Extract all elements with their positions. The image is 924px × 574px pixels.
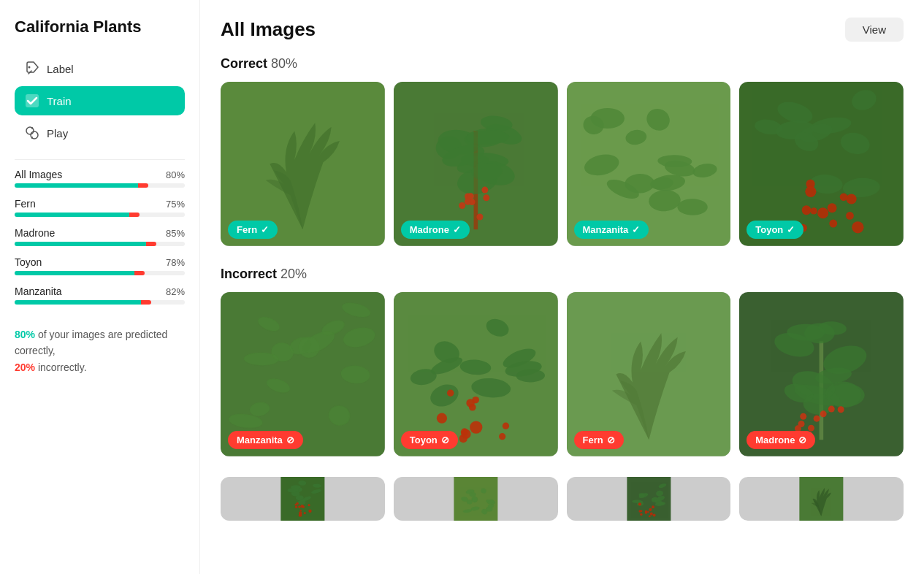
svg-point-122 xyxy=(798,421,805,427)
image-label: Fern ✓ xyxy=(228,221,278,239)
section-title-correct: Correct 80% xyxy=(221,56,904,72)
nav-divider xyxy=(15,159,185,160)
image-card[interactable]: Manzanita ⊘ xyxy=(221,292,385,456)
svg-point-181 xyxy=(648,515,650,517)
category-pct: 78% xyxy=(166,257,185,268)
svg-point-55 xyxy=(847,194,857,204)
nav-item-train[interactable]: Train xyxy=(15,86,185,115)
svg-point-60 xyxy=(817,207,828,218)
svg-point-59 xyxy=(828,203,837,213)
svg-point-126 xyxy=(838,406,844,413)
category-name: Madrone xyxy=(15,227,55,239)
nav-item-play[interactable]: Play xyxy=(15,118,185,148)
svg-point-182 xyxy=(649,508,652,510)
section-incorrect: Incorrect 20% Manzanita ⊘ Toyon ⊘ Fern ⊘… xyxy=(221,267,904,456)
progress-bar xyxy=(15,271,185,275)
category-pct: 80% xyxy=(166,169,185,180)
label-icon xyxy=(25,61,39,76)
svg-point-56 xyxy=(840,193,848,201)
svg-point-146 xyxy=(308,509,311,512)
image-grid-incorrect: Manzanita ⊘ Toyon ⊘ Fern ⊘ Madrone ⊘ xyxy=(221,292,904,456)
svg-point-25 xyxy=(459,202,465,209)
image-label: Madrone ⊘ xyxy=(747,431,815,449)
category-pct: 82% xyxy=(166,286,185,297)
svg-point-98 xyxy=(499,433,505,440)
image-label: Madrone ✓ xyxy=(401,221,470,239)
svg-point-65 xyxy=(852,221,863,233)
svg-point-62 xyxy=(830,220,838,228)
svg-point-57 xyxy=(811,207,817,214)
svg-point-186 xyxy=(649,512,652,515)
svg-point-28 xyxy=(483,194,489,201)
svg-point-63 xyxy=(846,212,854,220)
main-content: All Images View Correct 80% Fern ✓ Madro… xyxy=(200,0,924,574)
progress-bar xyxy=(15,300,185,305)
image-grid-bottom-partial xyxy=(221,477,904,521)
section-correct: Correct 80% Fern ✓ Madrone ✓ Manzanita ✓… xyxy=(221,56,904,246)
category-name: All Images xyxy=(15,169,62,180)
svg-point-147 xyxy=(299,509,302,511)
app-title: California Plants xyxy=(15,18,185,37)
progress-fill xyxy=(15,242,150,246)
category-name: Toyon xyxy=(15,256,42,268)
image-label: Fern ⊘ xyxy=(574,431,624,449)
category-name: Fern xyxy=(15,198,36,210)
image-card[interactable] xyxy=(739,477,904,521)
image-card[interactable]: Fern ⊘ xyxy=(567,292,731,456)
svg-point-21 xyxy=(481,187,488,194)
image-card[interactable]: Madrone ⊘ xyxy=(739,292,904,456)
section-title-incorrect: Incorrect 20% xyxy=(221,267,904,282)
svg-point-144 xyxy=(308,504,310,506)
svg-point-120 xyxy=(800,413,806,419)
image-card[interactable]: Toyon ⊘ xyxy=(394,292,558,456)
categories-list: All Images 80% Fern 75% Madrone 85% Toyo… xyxy=(15,169,185,315)
correct-pct: 80% xyxy=(15,329,35,340)
image-label: Manzanita ⊘ xyxy=(228,431,303,449)
category-row-fern[interactable]: Fern 75% xyxy=(15,198,185,217)
image-sections: Correct 80% Fern ✓ Madrone ✓ Manzanita ✓… xyxy=(221,56,904,521)
summary-text: 80% of your images are predicted correct… xyxy=(15,326,185,375)
progress-bar xyxy=(15,213,185,217)
svg-point-99 xyxy=(503,422,509,429)
image-card[interactable]: Fern ✓ xyxy=(221,82,385,246)
nav-item-label[interactable]: Label xyxy=(15,54,185,83)
category-row-toyon[interactable]: Toyon 78% xyxy=(15,256,185,275)
svg-point-150 xyxy=(295,505,298,508)
svg-point-188 xyxy=(640,513,642,515)
image-label: Toyon ⊘ xyxy=(401,431,458,449)
category-row-madrone[interactable]: Madrone 85% xyxy=(15,227,185,246)
image-card[interactable]: Toyon ✓ xyxy=(739,82,904,246)
svg-point-123 xyxy=(820,410,827,417)
progress-fill xyxy=(15,300,145,305)
category-name: Manzanita xyxy=(15,286,62,297)
category-row-all-images[interactable]: All Images 80% xyxy=(15,169,185,188)
svg-point-187 xyxy=(640,510,642,512)
view-button[interactable]: View xyxy=(845,18,904,42)
svg-point-142 xyxy=(299,513,302,517)
category-row-manzanita[interactable]: Manzanita 82% xyxy=(15,286,185,305)
nav-play-label: Play xyxy=(47,127,68,139)
svg-point-143 xyxy=(300,505,303,508)
svg-point-127 xyxy=(814,415,820,421)
train-icon xyxy=(25,93,39,108)
image-label: Toyon ✓ xyxy=(747,221,803,239)
image-card[interactable]: Manzanita ✓ xyxy=(567,82,731,246)
svg-point-145 xyxy=(304,512,306,514)
image-label: Manzanita ✓ xyxy=(574,221,649,239)
category-pct: 75% xyxy=(166,199,185,210)
image-card[interactable] xyxy=(221,477,385,521)
svg-point-149 xyxy=(296,502,299,505)
incorrect-pct: 20% xyxy=(15,361,35,373)
svg-point-178 xyxy=(647,510,649,513)
svg-rect-166 xyxy=(627,477,671,521)
svg-point-180 xyxy=(652,505,654,508)
progress-bar xyxy=(15,183,185,188)
svg-point-22 xyxy=(476,214,483,221)
main-header: All Images View xyxy=(221,18,904,42)
image-card[interactable]: Madrone ✓ xyxy=(394,82,558,246)
image-card[interactable] xyxy=(567,477,731,521)
image-card[interactable] xyxy=(394,477,558,521)
image-grid-correct: Fern ✓ Madrone ✓ Manzanita ✓ Toyon ✓ xyxy=(221,82,904,246)
sidebar: California Plants Label Train xyxy=(0,0,200,574)
svg-point-125 xyxy=(808,424,814,431)
